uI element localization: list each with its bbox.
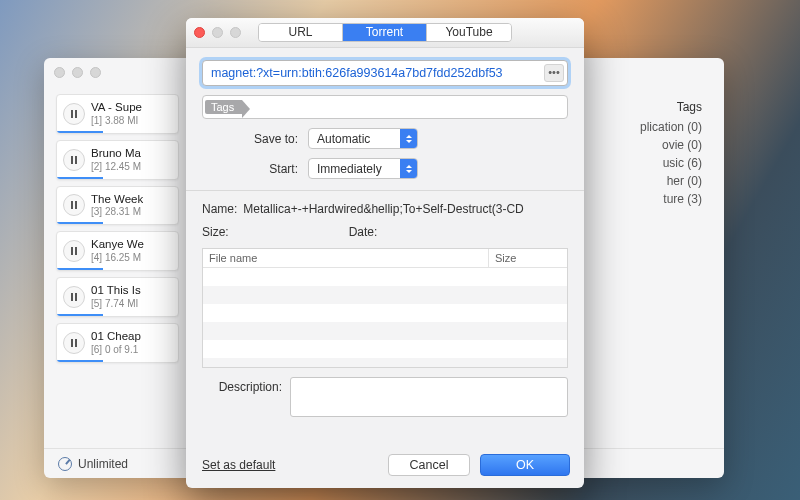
download-item[interactable]: 01 Cheap [6] 0 of 9.1 bbox=[56, 323, 179, 363]
torrent-name-value: Metallica+-+Hardwired&hellip;To+Self-Des… bbox=[243, 202, 523, 216]
speed-limit-label[interactable]: Unlimited bbox=[78, 457, 128, 471]
column-size[interactable]: Size bbox=[489, 249, 567, 267]
download-item[interactable]: VA - Supe [1] 3.88 MI bbox=[56, 94, 179, 134]
download-meta: [3] 28.31 M bbox=[91, 206, 143, 218]
pause-icon[interactable] bbox=[63, 240, 85, 262]
tab-youtube[interactable]: YouTube bbox=[427, 24, 511, 41]
size-label: Size: bbox=[202, 225, 229, 239]
download-title: Kanye We bbox=[91, 238, 144, 252]
ok-button[interactable]: OK bbox=[480, 454, 570, 476]
add-download-dialog: URL Torrent YouTube ••• Tags Save to: Au… bbox=[186, 18, 584, 488]
download-meta: [4] 16.25 M bbox=[91, 252, 144, 264]
set-as-default-link[interactable]: Set as default bbox=[202, 458, 275, 472]
files-table-body[interactable] bbox=[203, 268, 567, 367]
tab-torrent[interactable]: Torrent bbox=[343, 24, 427, 41]
pause-icon[interactable] bbox=[63, 194, 85, 216]
speed-gauge-icon bbox=[58, 457, 72, 471]
browse-button[interactable]: ••• bbox=[544, 64, 564, 82]
chevron-updown-icon bbox=[400, 129, 417, 148]
pause-icon[interactable] bbox=[63, 149, 85, 171]
download-item[interactable]: The Week [3] 28.31 M bbox=[56, 186, 179, 226]
start-select[interactable]: Immediately bbox=[308, 158, 418, 179]
start-label: Start: bbox=[202, 162, 298, 176]
download-item[interactable]: 01 This Is [5] 7.74 MI bbox=[56, 277, 179, 317]
pause-icon[interactable] bbox=[63, 286, 85, 308]
column-filename[interactable]: File name bbox=[203, 249, 489, 267]
download-title: 01 Cheap bbox=[91, 330, 141, 344]
download-meta: [1] 3.88 MI bbox=[91, 115, 142, 127]
description-label: Description: bbox=[202, 377, 282, 394]
cancel-button[interactable]: Cancel bbox=[388, 454, 470, 476]
save-to-label: Save to: bbox=[202, 132, 298, 146]
download-meta: [6] 0 of 9.1 bbox=[91, 344, 141, 356]
save-to-value: Automatic bbox=[317, 132, 370, 146]
chevron-updown-icon bbox=[400, 159, 417, 178]
save-to-select[interactable]: Automatic bbox=[308, 128, 418, 149]
files-table: File name Size bbox=[202, 248, 568, 368]
description-textarea[interactable] bbox=[290, 377, 568, 417]
date-label: Date: bbox=[349, 225, 378, 239]
zoom-icon[interactable] bbox=[90, 67, 101, 78]
download-title: The Week bbox=[91, 193, 143, 207]
download-title: Bruno Ma bbox=[91, 147, 141, 161]
minimize-icon[interactable] bbox=[72, 67, 83, 78]
dialog-titlebar: URL Torrent YouTube bbox=[186, 18, 584, 48]
pause-icon[interactable] bbox=[63, 332, 85, 354]
download-title: VA - Supe bbox=[91, 101, 142, 115]
pause-icon[interactable] bbox=[63, 103, 85, 125]
download-meta: [2] 12.45 M bbox=[91, 161, 141, 173]
source-type-segmented: URL Torrent YouTube bbox=[258, 23, 512, 42]
download-title: 01 This Is bbox=[91, 284, 141, 298]
downloads-list: VA - Supe [1] 3.88 MI Bruno Ma [2] 12.45… bbox=[44, 86, 179, 448]
name-label: Name: bbox=[202, 202, 237, 216]
separator bbox=[186, 190, 584, 191]
tab-url[interactable]: URL bbox=[259, 24, 343, 41]
tags-input[interactable]: Tags bbox=[202, 95, 568, 119]
download-item[interactable]: Bruno Ma [2] 12.45 M bbox=[56, 140, 179, 180]
tags-placeholder-chip: Tags bbox=[205, 100, 242, 114]
close-icon[interactable] bbox=[194, 27, 205, 38]
download-meta: [5] 7.74 MI bbox=[91, 298, 141, 310]
zoom-icon[interactable] bbox=[230, 27, 241, 38]
close-icon[interactable] bbox=[54, 67, 65, 78]
minimize-icon[interactable] bbox=[212, 27, 223, 38]
start-value: Immediately bbox=[317, 162, 382, 176]
download-item[interactable]: Kanye We [4] 16.25 M bbox=[56, 231, 179, 271]
magnet-url-input[interactable] bbox=[202, 60, 568, 86]
